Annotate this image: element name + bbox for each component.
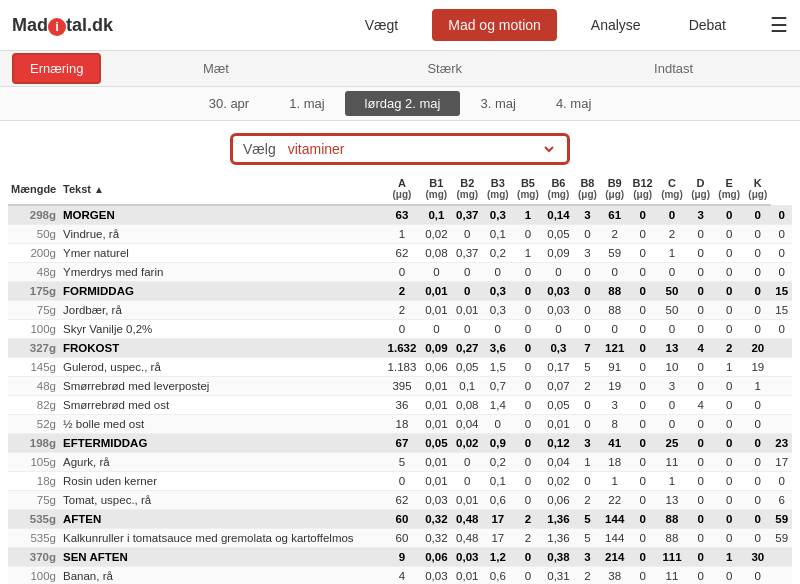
date-tab-2[interactable]: lørdag 2. maj <box>345 91 461 116</box>
cell-val: 0,3 <box>483 301 513 320</box>
cell-val: 2 <box>574 567 601 585</box>
cell-val: 0 <box>687 225 714 244</box>
cell-val: 0 <box>657 205 687 225</box>
cell-val: 0,03 <box>543 301 574 320</box>
date-tab-1[interactable]: 1. maj <box>269 91 344 116</box>
cell-val: 0 <box>714 434 744 453</box>
cell-val: 0 <box>687 510 714 529</box>
cell-val: 0 <box>687 415 714 434</box>
cell-val: 0 <box>628 491 657 510</box>
cell-val: 0 <box>574 225 601 244</box>
cell-val: 0 <box>657 415 687 434</box>
cell-val: 3 <box>687 205 714 225</box>
cell-val: 2 <box>383 282 421 301</box>
subnav-indtast[interactable]: Indtast <box>559 55 788 82</box>
cell-val: 19 <box>601 377 628 396</box>
date-tab-4[interactable]: 4. maj <box>536 91 611 116</box>
cell-val: 0,31 <box>543 567 574 585</box>
date-tab-3[interactable]: 3. maj <box>460 91 535 116</box>
cell-val: 0 <box>483 320 513 339</box>
subnav-staerk[interactable]: Stærk <box>330 55 559 82</box>
cell-val: 0,07 <box>543 377 574 396</box>
cell-val: 7 <box>574 339 601 358</box>
cell-name: Skyr Vanilje 0,2% <box>60 320 383 339</box>
cell-val: 0 <box>657 320 687 339</box>
cell-val: 0,06 <box>543 491 574 510</box>
cell-val: 1 <box>714 548 744 567</box>
cell-val: 0,1 <box>452 377 483 396</box>
cell-val: 18 <box>383 415 421 434</box>
cell-val: 0,38 <box>543 548 574 567</box>
cell-val: 13 <box>657 491 687 510</box>
nav-mad-og-motion[interactable]: Mad og motion <box>432 9 557 41</box>
cell-val: 0 <box>574 301 601 320</box>
header: Madital.dk Vægt Mad og motion Analyse De… <box>0 0 800 51</box>
table-row: 75gJordbær, rå20,010,010,300,03088050000… <box>8 301 792 320</box>
cell-val: 0,32 <box>421 510 452 529</box>
date-tab-0[interactable]: 30. apr <box>189 91 269 116</box>
cell-val <box>771 339 792 358</box>
cell-val: 17 <box>771 453 792 472</box>
hamburger-icon[interactable]: ☰ <box>770 13 788 37</box>
cell-val: 0 <box>714 453 744 472</box>
cell-val: 0 <box>687 320 714 339</box>
cell-val: 144 <box>601 529 628 548</box>
group-row: 175gFORMIDDAG20,0100,300,0308805000015 <box>8 282 792 301</box>
cell-val: 0 <box>628 244 657 263</box>
cell-val: 0 <box>744 567 771 585</box>
cell-name: Gulerod, uspec., rå <box>60 358 383 377</box>
cell-val: 0 <box>513 453 543 472</box>
cell-name: Kalkunruller i tomatsauce med gremolata … <box>60 529 383 548</box>
cell-val <box>771 396 792 415</box>
cell-val: 50 <box>657 282 687 301</box>
col-e: E(mg) <box>714 173 744 205</box>
cell-val: 0 <box>744 301 771 320</box>
cell-val: 0 <box>628 320 657 339</box>
filter-select[interactable]: vitaminer <box>284 140 557 158</box>
cell-val: 0,03 <box>421 567 452 585</box>
cell-val: 0 <box>452 282 483 301</box>
cell-val: 59 <box>771 510 792 529</box>
cell-val: 0 <box>513 301 543 320</box>
cell-val: 0 <box>383 320 421 339</box>
subnav-ernaering[interactable]: Ernæring <box>12 53 101 84</box>
cell-val: 0,48 <box>452 529 483 548</box>
cell-val: 0 <box>714 472 744 491</box>
table-row: 48gSmørrebrød med leverpostej3950,010,10… <box>8 377 792 396</box>
cell-val: 0 <box>628 415 657 434</box>
subnav-maet[interactable]: Mæt <box>101 55 330 82</box>
cell-name: MORGEN <box>60 205 383 225</box>
cell-amount: 105g <box>8 453 60 472</box>
cell-amount: 100g <box>8 567 60 585</box>
cell-val: 0 <box>628 377 657 396</box>
cell-val: 0,05 <box>421 434 452 453</box>
nav-vaegt[interactable]: Vægt <box>351 11 412 39</box>
cell-val: 0 <box>687 263 714 282</box>
cell-val: 3 <box>574 205 601 225</box>
cell-val: 0,2 <box>483 244 513 263</box>
cell-val: 0 <box>687 301 714 320</box>
cell-val: 0,09 <box>543 244 574 263</box>
group-row: 327gFROKOST1.6320,090,273,600,3712101342… <box>8 339 792 358</box>
cell-val: 4 <box>687 339 714 358</box>
cell-val: 8 <box>601 415 628 434</box>
cell-amount: 18g <box>8 472 60 491</box>
col-b9: B9(μg) <box>601 173 628 205</box>
cell-val: 0,01 <box>421 396 452 415</box>
nav-analyse[interactable]: Analyse <box>577 11 655 39</box>
cell-val: 0 <box>714 263 744 282</box>
cell-val: 0,03 <box>421 491 452 510</box>
logo-i: i <box>48 18 66 36</box>
nav-debat[interactable]: Debat <box>675 11 740 39</box>
cell-val: 5 <box>574 529 601 548</box>
table-row: 82gSmørrebrød med ost360,010,081,400,050… <box>8 396 792 415</box>
cell-val: 0 <box>601 320 628 339</box>
cell-val: 0,01 <box>452 301 483 320</box>
col-b5: B5(mg) <box>513 173 543 205</box>
cell-val: 88 <box>601 301 628 320</box>
cell-val: 2 <box>513 529 543 548</box>
cell-val: 0 <box>543 320 574 339</box>
cell-val: 0,17 <box>543 358 574 377</box>
cell-amount: 370g <box>8 548 60 567</box>
cell-val: 0 <box>513 263 543 282</box>
